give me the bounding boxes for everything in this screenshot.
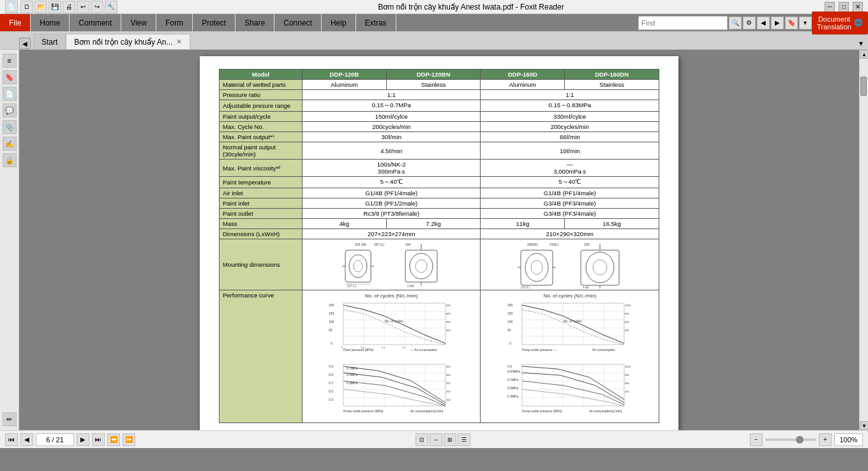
table-row: Air inlet G1/4B (PF1/4male) G1/4B (PF1/4…	[220, 188, 659, 198]
cell: 210×290×320mm	[481, 229, 659, 239]
svg-text:207 (L): 207 (L)	[374, 243, 384, 246]
redo-icon[interactable]: ↪	[91, 1, 103, 13]
svg-rect-33	[343, 303, 445, 345]
pump-drawing-front-right: 290(W) 210(L) 210 (L) 320 (H)	[518, 241, 575, 288]
row-label: Dimensions (LxWxH)	[220, 229, 303, 239]
tab-view[interactable]: View	[121, 14, 156, 31]
search-prev-icon[interactable]: ◀	[757, 17, 770, 29]
pump-drawing-side-left: 194 2-M8	[402, 241, 440, 288]
tab-close-icon[interactable]: ✕	[176, 38, 182, 46]
status-bar: ⏮ ◀ ▶ ⏭ ⏪ ⏩ ⊡ ↔ ⊞ ☰ − +	[0, 430, 868, 448]
maximize-button[interactable]: □	[839, 2, 849, 12]
zoom-in-button[interactable]: +	[819, 433, 832, 446]
rewind-button[interactable]: ⏪	[107, 433, 120, 446]
svg-text:100: 100	[329, 320, 334, 324]
svg-text:Air consumption(L/min): Air consumption(L/min)	[589, 409, 622, 413]
table-row: Paint temperature 5～40℃ 5～40℃	[220, 177, 659, 188]
search-settings-icon[interactable]: ⚙	[743, 17, 756, 29]
svg-text:0: 0	[509, 341, 511, 345]
prev-page-button[interactable]: ◀	[20, 433, 33, 446]
tools-icon[interactable]: 🔧	[105, 1, 117, 13]
search-box: 🔍 ⚙ ◀ ▶ 🔖 ▾	[638, 16, 812, 30]
doc-tab-pdf[interactable]: Bơm nồi trộn cây khuẩy An... ✕	[66, 34, 190, 49]
tab-protect[interactable]: Protect	[193, 14, 236, 31]
svg-text:400: 400	[625, 390, 629, 393]
zoom-thumb[interactable]	[796, 436, 804, 444]
minimize-button[interactable]: ─	[825, 2, 835, 12]
print-icon[interactable]: 🖨	[63, 1, 75, 13]
first-page-button[interactable]: ⏮	[5, 433, 18, 446]
bookmark-dropdown-icon[interactable]: ▾	[799, 17, 812, 29]
search-icon[interactable]: 🔍	[729, 17, 742, 29]
next-page-button[interactable]: ▶	[77, 433, 89, 446]
svg-text:200: 200	[329, 303, 334, 307]
zoom-input[interactable]	[834, 433, 863, 446]
doc-translation-button[interactable]: DocumentTranslation 🌐	[812, 11, 868, 34]
scroll-thumb[interactable]	[860, 77, 867, 96]
tab-share[interactable]: Share	[236, 14, 274, 31]
fit-width-icon[interactable]: ↔	[430, 433, 442, 446]
tab-form[interactable]: Form	[156, 14, 193, 31]
sidebar-bottom-icon[interactable]: ✏	[3, 412, 17, 426]
cell: 330mℓ/cylce	[481, 112, 659, 122]
page-input[interactable]	[36, 433, 74, 446]
two-page-icon[interactable]: ⊞	[444, 433, 456, 446]
main-layout: ≡ 🔖 📄 💬 📎 ✍ 🔒 ✏ Model DDP-120B DDP-120BN…	[0, 50, 868, 430]
last-page-button[interactable]: ⏭	[92, 433, 105, 446]
sidebar-page-icon[interactable]: 📄	[3, 87, 17, 101]
svg-text:0.3MPa: 0.3MPa	[507, 394, 518, 398]
new-icon[interactable]: 🗋	[20, 1, 33, 13]
right-scrollbar: ▲ ▼	[859, 50, 868, 430]
sidebar-security-icon[interactable]: 🔒	[3, 153, 17, 167]
chart-svg-right: 200 150 100 50 0 No. of cycles Pump outl…	[506, 300, 634, 357]
forward-button[interactable]: ⏩	[123, 433, 135, 446]
cell: 16.5kg	[565, 219, 659, 229]
zoom-out-button[interactable]: −	[750, 433, 763, 446]
left-sidebar: ≡ 🔖 📄 💬 📎 ✍ 🔒 ✏	[0, 50, 19, 430]
svg-text:Pump outlet pressure —: Pump outlet pressure —	[522, 348, 557, 352]
search-input[interactable]	[638, 16, 728, 30]
tab-home[interactable]: Home	[31, 14, 70, 31]
svg-point-13	[415, 260, 427, 273]
sidebar-toggle[interactable]: ◀	[19, 38, 31, 49]
sidebar-attach-icon[interactable]: 📎	[3, 120, 17, 134]
svg-text:2-M8: 2-M8	[407, 285, 414, 288]
scroll-up-button[interactable]: ▲	[860, 50, 868, 59]
save-icon[interactable]: 💾	[49, 1, 61, 13]
search-next-icon[interactable]: ▶	[771, 17, 784, 29]
svg-text:290(W): 290(W)	[527, 243, 538, 246]
scroll-track[interactable]	[860, 59, 868, 421]
performance-label: Performance curve	[220, 290, 303, 423]
open-icon[interactable]: 📂	[34, 1, 47, 13]
svg-rect-27	[581, 250, 619, 285]
svg-text:0.5: 0.5	[329, 389, 333, 393]
doc-tab-start[interactable]: Start	[33, 34, 66, 49]
fit-page-icon[interactable]: ⊡	[415, 433, 428, 446]
cell: 100s/NK-2300mPa·s	[303, 160, 481, 177]
bookmark-icon[interactable]: 🔖	[785, 17, 798, 29]
sidebar-nav-icon[interactable]: ≡	[3, 54, 17, 68]
cell: 0.15～0.7MPa	[303, 100, 481, 112]
undo-icon[interactable]: ↩	[77, 1, 89, 13]
close-button[interactable]: ✕	[853, 2, 863, 12]
cell: 5～40℃	[481, 177, 659, 188]
tab-file[interactable]: File	[0, 14, 31, 31]
tab-comment[interactable]: Comment	[70, 14, 121, 31]
tab-help[interactable]: Help	[322, 14, 356, 31]
tab-extras[interactable]: Extras	[356, 14, 396, 31]
tab-dropdown-button[interactable]: ▾	[854, 38, 868, 49]
svg-text:0.7MPa: 0.7MPa	[347, 366, 357, 370]
chart-svg-left: 200 150 100 50 0 No. of cycles Paint	[327, 300, 455, 357]
sidebar-comment-icon[interactable]: 💬	[3, 103, 17, 117]
tab-connect[interactable]: Connect	[274, 14, 322, 31]
sidebar-sign-icon[interactable]: ✍	[3, 137, 17, 151]
svg-text:150: 150	[329, 311, 334, 315]
sidebar-bookmark-icon[interactable]: 🔖	[3, 70, 17, 84]
svg-text:210 (L): 210 (L)	[521, 286, 530, 288]
pump-drawing-side-right: 200 4-φ9	[578, 241, 622, 288]
zoom-slider[interactable]	[765, 438, 816, 441]
table-row: Material of wetted parts Aluminum Stainl…	[220, 80, 659, 90]
scroll-down-button[interactable]: ▼	[860, 421, 868, 430]
table-row: Max. Paint output*¹ 30ℓ/min 66ℓ/min	[220, 132, 659, 142]
scroll-icon[interactable]: ☰	[458, 433, 470, 446]
